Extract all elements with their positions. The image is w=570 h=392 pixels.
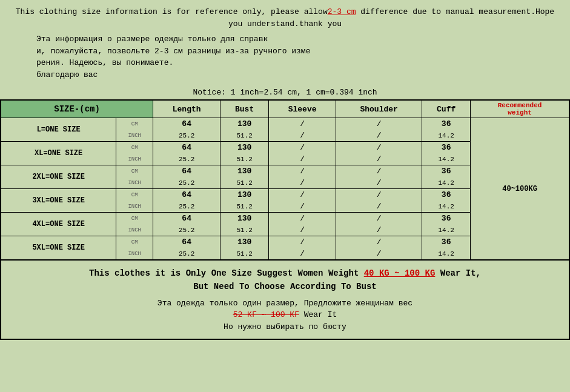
- sleeve-inch: /: [269, 130, 336, 142]
- length-inch: 25.2: [153, 153, 220, 165]
- header-notice: This clothing size information is for re…: [0, 0, 570, 83]
- bust-inch: 51.2: [220, 153, 269, 165]
- bottom-russian: Эта одежда только один размер, Предложит…: [13, 297, 557, 333]
- cuff-inch: 14.2: [422, 130, 471, 142]
- length-inch: 25.2: [153, 130, 220, 142]
- bust-inch: 51.2: [220, 177, 269, 189]
- cuff-cm: 36: [422, 165, 471, 178]
- length-cm: 64: [153, 165, 220, 178]
- russian-notice: Эта информация о размере одежды только д…: [12, 33, 558, 81]
- unit-inch: INCH: [116, 153, 153, 165]
- bottom-weight-range: 40 KG ~ 100 KG: [364, 268, 436, 278]
- size-cell: XL=ONE SIZE: [1, 142, 116, 165]
- bust-cm: 130: [220, 165, 269, 178]
- sleeve-inch: /: [269, 224, 336, 236]
- unit-inch: INCH: [116, 224, 153, 236]
- header-bust: Bust: [220, 100, 269, 118]
- length-cm: 64: [153, 118, 220, 130]
- cuff-inch: 14.2: [422, 153, 471, 165]
- sleeve-cm: /: [269, 118, 336, 130]
- bust-cm: 130: [220, 236, 269, 248]
- english-notice-before: This clothing size information is for re…: [16, 7, 328, 16]
- sleeve-cm: /: [269, 213, 336, 225]
- length-inch: 25.2: [153, 201, 220, 213]
- unit-cm: CM: [116, 213, 153, 225]
- sleeve-cm: /: [269, 189, 336, 201]
- shoulder-inch: /: [336, 177, 422, 189]
- shoulder-inch: /: [336, 201, 422, 213]
- unit-notice: Notice: 1 inch=2.54 cm, 1 cm=0.394 inch: [0, 83, 570, 99]
- length-inch: 25.2: [153, 177, 220, 189]
- shoulder-cm: /: [336, 142, 422, 154]
- russian-weight: 52 КГ ~ 100 КГ: [233, 310, 299, 319]
- bottom-english: This clothes it is Only One Size Suggest…: [13, 267, 557, 294]
- unit-cm: CM: [116, 165, 153, 178]
- unit-inch: INCH: [116, 130, 153, 142]
- size-range-link: 2-3 cm: [328, 7, 356, 16]
- header-shoulder: Shoulder: [336, 100, 422, 118]
- unit-cm: CM: [116, 118, 153, 130]
- header-size: SIZE-(cm): [1, 100, 153, 118]
- unit-inch: INCH: [116, 201, 153, 213]
- shoulder-inch: /: [336, 130, 422, 142]
- shoulder-cm: /: [336, 165, 422, 178]
- table-row: L=ONE SIZECM64130//3640~100KG: [1, 118, 569, 130]
- length-inch: 25.2: [153, 248, 220, 260]
- cuff-inch: 14.2: [422, 177, 471, 189]
- bust-inch: 51.2: [220, 224, 269, 236]
- size-table: SIZE-(cm) Length Bust Sleeve Shoulder Cu…: [0, 99, 570, 261]
- bust-inch: 51.2: [220, 248, 269, 260]
- cuff-inch: 14.2: [422, 224, 471, 236]
- bust-inch: 51.2: [220, 201, 269, 213]
- bottom-eng-1: This clothes it is Only One Size Suggest…: [89, 268, 359, 278]
- cuff-cm: 36: [422, 213, 471, 225]
- cuff-inch: 14.2: [422, 201, 471, 213]
- length-cm: 64: [153, 236, 220, 248]
- bust-cm: 130: [220, 118, 269, 130]
- bust-cm: 130: [220, 213, 269, 225]
- sleeve-inch: /: [269, 153, 336, 165]
- cuff-cm: 36: [422, 142, 471, 154]
- sleeve-inch: /: [269, 201, 336, 213]
- russian-footer-1: Эта одежда только один размер, Предложит…: [157, 299, 413, 308]
- shoulder-cm: /: [336, 118, 422, 130]
- shoulder-inch: /: [336, 224, 422, 236]
- length-inch: 25.2: [153, 224, 220, 236]
- bust-cm: 130: [220, 189, 269, 201]
- cuff-cm: 36: [422, 189, 471, 201]
- header-sleeve: Sleeve: [269, 100, 336, 118]
- bottom-eng-2: Wear It,: [440, 268, 481, 278]
- length-cm: 64: [153, 213, 220, 225]
- sleeve-cm: /: [269, 165, 336, 178]
- size-cell: 4XL=ONE SIZE: [1, 213, 116, 236]
- russian-wear: Wear It: [304, 310, 337, 319]
- bottom-section: This clothes it is Only One Size Suggest…: [0, 261, 570, 340]
- shoulder-inch: /: [336, 153, 422, 165]
- shoulder-cm: /: [336, 236, 422, 248]
- header-cuff: Cuff: [422, 100, 471, 118]
- sleeve-inch: /: [269, 177, 336, 189]
- english-notice: This clothing size information is for re…: [12, 6, 558, 30]
- header-rec-weight: Recommendedweight: [471, 100, 569, 118]
- cuff-cm: 36: [422, 236, 471, 248]
- page-container: This clothing size information is for re…: [0, 0, 570, 340]
- size-cell: 2XL=ONE SIZE: [1, 165, 116, 189]
- size-cell: 5XL=ONE SIZE: [1, 236, 116, 261]
- shoulder-cm: /: [336, 189, 422, 201]
- unit-cm: CM: [116, 236, 153, 248]
- sleeve-inch: /: [269, 248, 336, 260]
- size-cell: L=ONE SIZE: [1, 118, 116, 142]
- bottom-eng-3: But Need To Choose According To Bust: [193, 282, 376, 291]
- cuff-inch: 14.2: [422, 248, 471, 260]
- shoulder-inch: /: [336, 248, 422, 260]
- unit-cm: CM: [116, 142, 153, 154]
- length-cm: 64: [153, 189, 220, 201]
- header-length: Length: [153, 100, 220, 118]
- sleeve-cm: /: [269, 142, 336, 154]
- cuff-cm: 36: [422, 118, 471, 130]
- unit-cm: CM: [116, 189, 153, 201]
- shoulder-cm: /: [336, 213, 422, 225]
- rec-weight-cell: 40~100KG: [471, 118, 569, 261]
- russian-footer-3: Но нужно выбирать по бюсту: [224, 322, 346, 331]
- sleeve-cm: /: [269, 236, 336, 248]
